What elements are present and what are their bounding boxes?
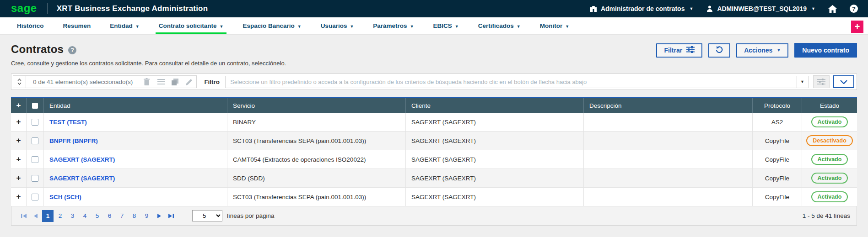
user-icon — [706, 5, 713, 12]
descripcion-cell — [584, 150, 753, 169]
row-checkbox[interactable] — [32, 137, 38, 144]
list-button[interactable] — [154, 76, 168, 88]
column-header-servicio[interactable]: Servicio — [227, 98, 406, 113]
table-row[interactable]: +SCH (SCH)SCT03 (Transferencias SEPA (pa… — [11, 188, 857, 206]
row-checkbox[interactable] — [32, 194, 38, 200]
estado-cell: Activado — [802, 188, 857, 206]
filter-button[interactable]: Filtrar — [656, 43, 702, 58]
column-header-protocolo[interactable]: Protocolo — [753, 98, 802, 113]
select-all-header — [27, 98, 44, 113]
last-page-button[interactable] — [165, 210, 177, 222]
row-checkbox[interactable] — [32, 119, 38, 126]
page-number-button[interactable]: 6 — [104, 210, 115, 222]
chevron-down-icon: ▼ — [811, 6, 815, 11]
nav-item-resumen[interactable]: Resumen — [54, 17, 101, 34]
nav-item-usuarios[interactable]: Usuarios▼ — [311, 17, 364, 34]
entidad-cell: BNPFR (BNPFR) — [44, 132, 227, 150]
protocolo-cell: AS2 — [753, 113, 802, 131]
chevron-down-icon: ▼ — [455, 24, 459, 29]
filter-input[interactable] — [226, 76, 796, 88]
home-icon[interactable] — [828, 5, 837, 13]
edit-button[interactable] — [182, 76, 196, 88]
page-number-button[interactable]: 4 — [79, 210, 91, 222]
row-checkbox[interactable] — [32, 156, 38, 163]
actions-button[interactable]: Acciones ▼ — [736, 43, 788, 58]
chevron-down-icon: ▼ — [219, 24, 223, 29]
entity-link[interactable]: TEST (TEST) — [49, 119, 87, 126]
page-number-button[interactable]: 9 — [141, 210, 152, 222]
page-number-button[interactable]: 8 — [129, 210, 140, 222]
select-all-checkbox[interactable] — [32, 103, 38, 109]
table-row[interactable]: +SAGEXRT (SAGEXRT)SDD (SDD)SAGEXRT (SAGE… — [11, 169, 857, 188]
page-number-button[interactable]: 1 — [42, 210, 54, 222]
nav-item-ebics[interactable]: EBICS▼ — [424, 17, 469, 34]
servicio-cell: SCT03 (Transferencias SEPA (pain.001.001… — [227, 132, 406, 150]
column-header-entidad[interactable]: Entidad — [44, 98, 227, 113]
row-expand-button[interactable]: + — [11, 150, 27, 169]
nav-items: HistóricoResumenEntidad▼Contrato solicit… — [7, 17, 579, 34]
cliente-cell: SAGEXRT (SAGEXRT) — [406, 188, 584, 206]
nav-item-monitor[interactable]: Monitor▼ — [530, 17, 579, 34]
entity-link[interactable]: BNPFR (BNPFR) — [49, 137, 98, 144]
sliders-icon — [817, 79, 825, 85]
row-expand-button[interactable]: + — [11, 169, 27, 187]
column-header-descripcion[interactable]: Descripción — [584, 98, 753, 113]
row-checkbox-cell — [27, 132, 44, 150]
help-icon[interactable]: ? — [850, 5, 858, 13]
nav-item-certificados[interactable]: Certificados▼ — [469, 17, 530, 34]
column-settings-button[interactable] — [813, 75, 830, 88]
next-page-button[interactable] — [153, 210, 165, 222]
row-checkbox[interactable] — [32, 175, 38, 182]
table-row[interactable]: +SAGEXRT (SAGEXRT)CAMT054 (Extractos de … — [11, 150, 857, 169]
nav-item-contrato-solicitante[interactable]: Contrato solicitante▼ — [149, 17, 233, 34]
row-expand-button[interactable]: + — [11, 132, 27, 150]
entity-link[interactable]: SAGEXRT (SAGEXRT) — [49, 175, 115, 182]
pagination-pages: 123456789 — [42, 210, 153, 222]
role-menu[interactable]: Administrador de contratos ▼ — [590, 5, 694, 12]
refresh-icon — [715, 46, 723, 55]
entidad-cell: SAGEXRT (SAGEXRT) — [44, 169, 227, 187]
delete-button[interactable] — [140, 76, 154, 88]
column-header-cliente[interactable]: Cliente — [406, 98, 584, 113]
first-page-button[interactable] — [18, 210, 30, 222]
estado-cell: Desactivado — [802, 132, 857, 150]
estado-cell: Activado — [802, 150, 857, 169]
entity-link[interactable]: SCH (SCH) — [49, 194, 81, 200]
page-number-button[interactable]: 2 — [54, 210, 66, 222]
filter-dropdown-button[interactable]: ▼ — [796, 76, 808, 88]
nav-item-par-metros[interactable]: Parámetros▼ — [363, 17, 423, 34]
expand-search-button[interactable] — [833, 75, 854, 88]
nav-item-entidad[interactable]: Entidad▼ — [100, 17, 149, 34]
protocolo-cell: CopyFile — [753, 188, 802, 206]
sage-logo: sage — [0, 2, 47, 16]
topbar-divider — [47, 3, 48, 14]
protocolo-cell: CopyFile — [753, 150, 802, 169]
servicio-cell: BINARY — [227, 113, 406, 131]
collapse-expand-control[interactable] — [13, 76, 26, 88]
user-menu[interactable]: ADMINWEB@TEST_SQL2019 ▼ — [706, 5, 815, 12]
nav-item-hist-rico[interactable]: Histórico — [7, 17, 54, 34]
new-contract-button[interactable]: Nuevo contrato — [794, 43, 857, 58]
expand-all-header[interactable]: + — [11, 98, 27, 113]
refresh-button[interactable] — [708, 43, 730, 58]
duplicate-button[interactable] — [168, 76, 182, 88]
nav-item-espacio-bancario[interactable]: Espacio Bancario▼ — [233, 17, 311, 34]
column-header-estado[interactable]: Estado — [802, 98, 857, 113]
entity-link[interactable]: SAGEXRT (SAGEXRT) — [49, 156, 115, 163]
chevron-down-icon: ▼ — [517, 24, 521, 29]
row-checkbox-cell — [27, 113, 44, 131]
table-header: + Entidad Servicio Cliente Descripción P… — [11, 98, 857, 113]
protocolo-cell: CopyFile — [753, 132, 802, 150]
table-row[interactable]: +TEST (TEST)BINARYSAGEXRT (SAGEXRT)AS2Ac… — [11, 113, 857, 132]
pagination-bar: 123456789 5 líneas por página 1 - 5 de 4… — [11, 206, 857, 226]
page-number-button[interactable]: 3 — [67, 210, 78, 222]
page-number-button[interactable]: 5 — [92, 210, 103, 222]
page-number-button[interactable]: 7 — [116, 210, 128, 222]
previous-page-button[interactable] — [30, 210, 42, 222]
row-expand-button[interactable]: + — [11, 113, 27, 131]
page-help-icon[interactable]: ? — [68, 46, 76, 54]
add-tab-button[interactable]: + — [851, 21, 863, 33]
row-expand-button[interactable]: + — [11, 188, 27, 206]
page-size-select[interactable]: 5 — [192, 210, 222, 221]
table-row[interactable]: +BNPFR (BNPFR)SCT03 (Transferencias SEPA… — [11, 132, 857, 150]
